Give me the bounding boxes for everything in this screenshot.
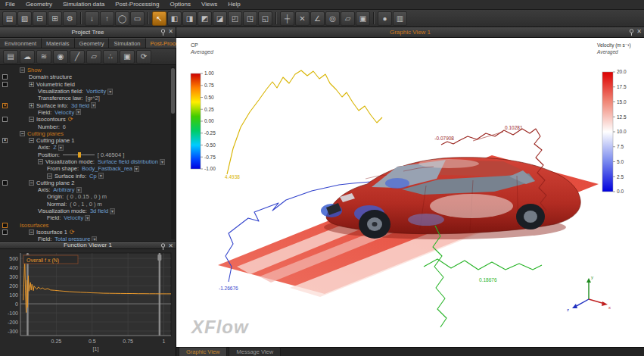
view-left-button[interactable]: ◪ (213, 11, 227, 26)
tab-environment[interactable]: Environment (0, 38, 42, 48)
tree-row[interactable]: Field:Total pressure▾ (0, 236, 176, 241)
tree-toggle[interactable]: − (29, 230, 34, 235)
tree-row[interactable]: Field:Velocity▾ (0, 109, 176, 116)
tree-row[interactable]: −Cutting planes (0, 130, 176, 137)
tab-materials[interactable]: Materials (42, 38, 74, 48)
tree-row[interactable]: −Show (0, 67, 176, 73)
menu-options[interactable]: Options (164, 0, 196, 9)
chevron-down-icon[interactable]: ▾ (58, 145, 64, 151)
tree-row[interactable]: −Surface info:Cp▾ (0, 172, 176, 179)
tree-value[interactable]: 6 (63, 123, 66, 130)
tree-row[interactable]: ✕+Surface info:3d field▾ (0, 101, 176, 108)
chevron-down-icon[interactable]: ▾ (160, 159, 165, 165)
menu-file[interactable]: File (0, 0, 20, 9)
surface-tool-icon[interactable]: ☁ (20, 50, 35, 64)
tree-toggle[interactable]: − (20, 131, 25, 136)
streamlines-tool-icon[interactable]: ≋ (36, 50, 51, 64)
tree-toggle[interactable]: − (29, 138, 34, 143)
tree-row[interactable]: Axis:Arbitrary▾ (0, 186, 176, 193)
refresh-icon[interactable]: ⟳ (68, 116, 73, 123)
menu-views[interactable]: Views (196, 0, 222, 9)
menu-simulation-data[interactable]: Simulation data (58, 0, 110, 9)
tree-toggle[interactable]: + (29, 82, 34, 87)
chevron-down-icon[interactable]: ▾ (134, 166, 139, 172)
checkbox[interactable] (2, 82, 8, 87)
refresh-tool-icon[interactable]: ⟳ (136, 50, 151, 64)
tree-row[interactable]: ✕−Cutting plane 1 (0, 137, 176, 144)
close-icon[interactable]: ✕ (168, 28, 173, 36)
tree-row[interactable]: Number:6 (0, 123, 176, 130)
view-back-button[interactable]: ◩ (198, 11, 212, 26)
fit-view-button[interactable]: ▭ (130, 11, 145, 26)
export-data-button[interactable]: ↑ (100, 11, 114, 26)
probe-line-tool-icon[interactable]: ╱ (70, 50, 85, 64)
open-function-viewer-button[interactable]: ▥ (393, 11, 407, 26)
open-project-button[interactable]: ▧ (17, 11, 32, 26)
tree-row[interactable]: Visualization mode:3d field▾ (0, 208, 176, 214)
checkbox[interactable] (2, 74, 8, 80)
tree-row[interactable]: Domain structure (0, 73, 176, 80)
tree-value[interactable]: Body_Fastback_rea (82, 165, 132, 172)
graphic-viewport[interactable]: 4.4938-1.26676 (176, 38, 644, 347)
checkbox[interactable] (2, 117, 8, 122)
tab-graphic-view[interactable]: Graphic View (179, 347, 227, 356)
chevron-down-icon[interactable]: ▾ (85, 215, 90, 221)
chevron-down-icon[interactable]: ▾ (110, 208, 115, 214)
refresh-icon[interactable]: ⟳ (70, 229, 75, 236)
pin-icon[interactable] (629, 29, 634, 36)
tree-toggle[interactable]: − (47, 173, 52, 179)
tree-row[interactable]: Normal:( 0 , 1 , 0 ) m (0, 201, 176, 208)
checkbox[interactable] (2, 223, 8, 228)
tree-value[interactable]: 3d field (90, 208, 108, 214)
view-front-button[interactable]: ◨ (182, 11, 197, 26)
tree-row[interactable]: −Isocontours⟳ (0, 116, 176, 123)
menu-post-processing[interactable]: Post-Processing (110, 0, 164, 9)
tree-row[interactable]: Visualization field:Vorticity▾ (0, 88, 176, 95)
record-animation-tool-icon[interactable]: ▣ (120, 50, 135, 64)
tree-row[interactable]: +Volumetric field (0, 81, 176, 88)
measure-angle-button[interactable]: ∠ (310, 11, 325, 26)
tree-row[interactable]: Position:[ 0.46504 ] (0, 151, 176, 158)
chevron-down-icon[interactable]: ▾ (76, 109, 81, 115)
tree-value[interactable]: ( 0 , 0.15 , 0 ) m (67, 193, 107, 200)
checkbox[interactable] (2, 230, 8, 235)
probe-point-tool-icon[interactable]: ◉ (53, 50, 68, 64)
move-entity-button[interactable]: ┼ (280, 11, 294, 26)
delete-entity-button[interactable]: ✕ (295, 11, 310, 26)
checkbox[interactable]: ✕ (2, 138, 8, 143)
tree-row[interactable]: −Visualization mode:Surface field distri… (0, 158, 176, 165)
pin-icon[interactable] (160, 29, 166, 36)
checkbox[interactable] (2, 180, 8, 186)
tree-row[interactable]: From shape:Body_Fastback_rea▾ (0, 165, 176, 172)
ruler-button[interactable]: ▱ (341, 11, 355, 26)
chevron-down-icon[interactable]: ▾ (76, 187, 82, 193)
view-right-button[interactable]: ◰ (228, 11, 242, 26)
view-bottom-button[interactable]: ◱ (258, 11, 272, 26)
reference-frame-button[interactable]: ◯ (115, 11, 129, 26)
probe-plane-tool-icon[interactable]: ▱ (86, 50, 101, 64)
tree-value[interactable]: Velocity (64, 214, 83, 221)
menu-geometry[interactable]: Geometry (20, 0, 58, 9)
settings-button[interactable]: ⚙ (63, 11, 77, 26)
tree-row[interactable]: Isosurfaces (0, 222, 176, 229)
checkbox[interactable]: ✕ (2, 103, 8, 108)
tree-toggle[interactable]: − (38, 159, 43, 164)
menu-help[interactable]: Help (222, 0, 245, 9)
view-top-button[interactable]: ◳ (243, 11, 257, 26)
tree-value[interactable]: ( 0 , 1 , 0 ) m (70, 201, 102, 208)
tree-toggle[interactable]: − (20, 67, 25, 73)
tree-value[interactable]: Vorticity (86, 88, 106, 95)
tree-value[interactable]: Velocity (54, 109, 74, 116)
zoom-area-button[interactable]: ◎ (325, 11, 340, 26)
chevron-down-icon[interactable]: ▾ (107, 89, 113, 95)
import-data-button[interactable]: ↓ (85, 11, 99, 26)
tree-value[interactable]: Z (53, 144, 57, 151)
tab-geometry[interactable]: Geometry (75, 38, 110, 48)
tree-value[interactable]: Arbitrary (53, 186, 74, 193)
snapshot-camera-button[interactable]: ▣ (356, 11, 370, 26)
tab-message-view[interactable]: Message View (229, 347, 281, 356)
select-cursor-button[interactable]: ↖ (152, 11, 166, 26)
tab-simulation[interactable]: Simulation (109, 38, 145, 48)
tree-row[interactable]: Field:Velocity▾ (0, 214, 176, 221)
range-marker-handle[interactable] (157, 255, 161, 261)
